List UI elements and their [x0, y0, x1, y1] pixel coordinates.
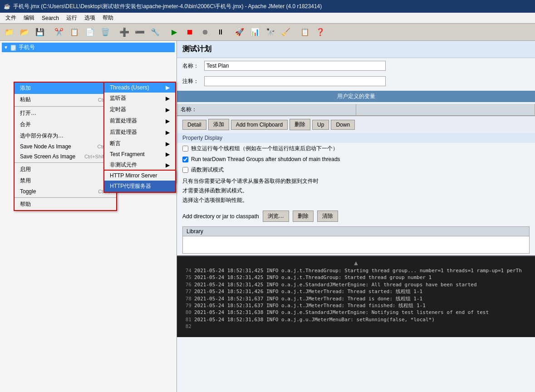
log-num: 81: [181, 316, 191, 323]
delete-button[interactable]: 删除: [290, 119, 310, 130]
checkbox-functest[interactable]: [182, 167, 188, 173]
menu-edit[interactable]: 编辑: [20, 13, 38, 23]
main-area: ▼ 🗒️ 手机号 添加 ▶ 粘贴 Ctrl-V 打开… 合并 选中部: [0, 41, 535, 392]
submenu-nontestelem: HTTP Mirror Server HTTP代理服务器: [103, 170, 176, 193]
ctx-toggle[interactable]: Toggle Ctrl-T: [15, 186, 116, 196]
log-text: 2021-05-24 18:52:31,426 INFO o.a.j.t.JMe…: [194, 288, 422, 295]
ctx-saveas[interactable]: 选中部分保存为…: [15, 130, 116, 142]
toolbar-chart[interactable]: 📊: [248, 25, 262, 39]
toolbar-add[interactable]: ➕: [117, 25, 132, 39]
ctx-savescreenimg-label: Save Screen As Image: [20, 153, 75, 160]
toolbar-minus[interactable]: ➖: [133, 25, 147, 39]
toolbar-paste[interactable]: 📄: [83, 25, 97, 39]
toolbar-record[interactable]: ⏺: [198, 25, 212, 39]
toolbar: 📁 📂 💾 ✂️ 📋 📄 🗑️ ➕ ➖ 🔧 ▶ ⏹ ⏺ ⏸ 🚀 📊 🔭 🧹 📋 …: [0, 24, 535, 41]
ctx-help[interactable]: 帮助: [15, 199, 116, 210]
down-button[interactable]: Down: [331, 120, 355, 130]
ctx-open-label: 打开…: [20, 109, 36, 117]
library-header: Library: [183, 227, 529, 236]
app-icon: ☕: [4, 3, 10, 10]
tree-label: 手机号: [19, 44, 35, 51]
toolbar-play[interactable]: ▶: [167, 25, 182, 39]
checkbox-row-3: 函数测试模式: [177, 164, 535, 176]
toolbar-list[interactable]: 📋: [298, 25, 312, 39]
sub-pre-arrow: ▶: [166, 129, 170, 136]
toolbar-broom[interactable]: 🧹: [279, 25, 293, 39]
browse-button[interactable]: 浏览…: [263, 211, 289, 222]
toolbar-copy[interactable]: 📋: [67, 25, 82, 39]
log-text: 2021-05-24 18:52:31,637 INFO o.a.j.t.JMe…: [194, 295, 422, 302]
checkbox-teardown[interactable]: [182, 157, 188, 162]
ctx-open[interactable]: 打开…: [15, 108, 116, 119]
toolbar-binoculars[interactable]: 🔭: [263, 25, 278, 39]
sub-timer[interactable]: 前置处理器 ▶: [104, 115, 175, 127]
delete-dir-button[interactable]: 删除: [293, 211, 314, 222]
log-line: 782021-05-24 18:52:31,637 INFO o.a.j.t.J…: [181, 295, 531, 302]
sub-post[interactable]: 断言 ▶: [104, 138, 175, 149]
toolbar-new[interactable]: 📁: [2, 25, 16, 39]
log-num: 75: [181, 274, 191, 281]
name-input[interactable]: [204, 61, 386, 71]
sub-testfrag-label: 非测试元件: [110, 161, 137, 169]
tree-item-testplan[interactable]: ▼ 🗒️ 手机号: [2, 43, 175, 52]
toolbar-pause[interactable]: ⏸: [213, 25, 228, 39]
arrow-icon: ▼: [4, 45, 8, 50]
menu-search[interactable]: Search: [38, 14, 63, 22]
ctx-saveas-label: 选中部分保存为…: [20, 132, 64, 140]
ctx-divider-3: [15, 197, 116, 198]
toolbar-delete[interactable]: 🗑️: [98, 25, 113, 39]
comment-input[interactable]: [204, 76, 386, 86]
add-from-clipboard-button[interactable]: Add from Clipboard: [231, 120, 288, 130]
toolbar-remote[interactable]: 🚀: [232, 25, 247, 39]
log-text: 2021-05-24 18:52:31,638 INFO o.a.j.e.Sta…: [194, 309, 489, 316]
panel-title: 测试计划: [177, 41, 535, 58]
up-button[interactable]: Up: [312, 120, 329, 130]
ctx-savenodeimg[interactable]: Save Node As Image Ctrl-G: [15, 142, 116, 152]
info-text-2-content: 才需要选择函数测试模式。: [182, 187, 248, 194]
ctx-divider-1: [15, 106, 116, 107]
detail-button[interactable]: Detail: [182, 120, 206, 130]
log-num: 77: [181, 288, 191, 295]
menu-help[interactable]: 帮助: [99, 13, 117, 23]
scroll-up-arrow[interactable]: ▲: [181, 258, 531, 267]
ctx-paste[interactable]: 粘贴 Ctrl-V: [15, 94, 116, 105]
ctx-savescreenimg[interactable]: Save Screen As Image Ctrl+Shift-G: [15, 152, 116, 162]
ctx-enable[interactable]: 启用: [15, 164, 116, 175]
log-line: 772021-05-24 18:52:31,426 INFO o.a.j.t.J…: [181, 288, 531, 295]
add-button[interactable]: 添加: [208, 119, 229, 130]
sub-listener[interactable]: 定时器 ▶: [104, 104, 175, 115]
ctx-merge[interactable]: 合并: [15, 119, 116, 130]
menu-options[interactable]: 选项: [81, 13, 99, 23]
ctx-toggle-label: Toggle: [20, 188, 36, 195]
menu-run[interactable]: 运行: [63, 13, 81, 23]
toolbar-settings[interactable]: 🔧: [148, 25, 162, 39]
sub-threads-users[interactable]: Threads (Users) ▶: [104, 83, 175, 93]
sub-testfrag[interactable]: 非测试元件 ▶: [104, 159, 175, 171]
checkbox-independent[interactable]: [182, 146, 188, 152]
sub-pre[interactable]: 后置处理器 ▶: [104, 127, 175, 138]
sub-timer-label: 前置处理器: [110, 117, 137, 125]
ctx-disable[interactable]: 禁用: [15, 175, 116, 186]
menu-file[interactable]: 文件: [2, 13, 20, 23]
ctx-add[interactable]: 添加 ▶: [15, 83, 116, 94]
checkbox-row-1: 独立运行每个线程组（例如在一个组运行结束后启动下一个）: [177, 143, 535, 154]
sub-assert[interactable]: Test Fragment ▶: [104, 149, 175, 159]
sub-http-mirror[interactable]: HTTP Mirror Server: [104, 171, 175, 181]
log-num: 78: [181, 295, 191, 302]
comment-row: 注释：: [177, 74, 535, 89]
sub-http-proxy[interactable]: HTTP代理服务器: [104, 181, 175, 192]
toolbar-stop[interactable]: ⏹: [182, 25, 197, 39]
toolbar-cut[interactable]: ✂️: [52, 25, 66, 39]
log-line: 802021-05-24 18:52:31,638 INFO o.a.j.e.S…: [181, 309, 531, 316]
left-panel: ▼ 🗒️ 手机号 添加 ▶ 粘贴 Ctrl-V 打开… 合并 选中部: [0, 41, 177, 392]
ctx-merge-label: 合并: [20, 121, 31, 128]
log-text: 2021-05-24 18:52:31,425 INFO o.a.j.e.Sta…: [194, 281, 477, 288]
log-line: 792021-05-24 18:52:31,637 INFO o.a.j.t.J…: [181, 302, 531, 309]
toolbar-open[interactable]: 📂: [17, 25, 32, 39]
toolbar-save[interactable]: 💾: [33, 25, 47, 39]
clear-button[interactable]: 清除: [317, 211, 338, 222]
name-label: 名称：: [182, 62, 201, 70]
sub-config-arrow: ▶: [166, 95, 170, 102]
sub-config[interactable]: 监听器 ▶: [104, 93, 175, 104]
toolbar-help[interactable]: ❓: [313, 25, 328, 39]
